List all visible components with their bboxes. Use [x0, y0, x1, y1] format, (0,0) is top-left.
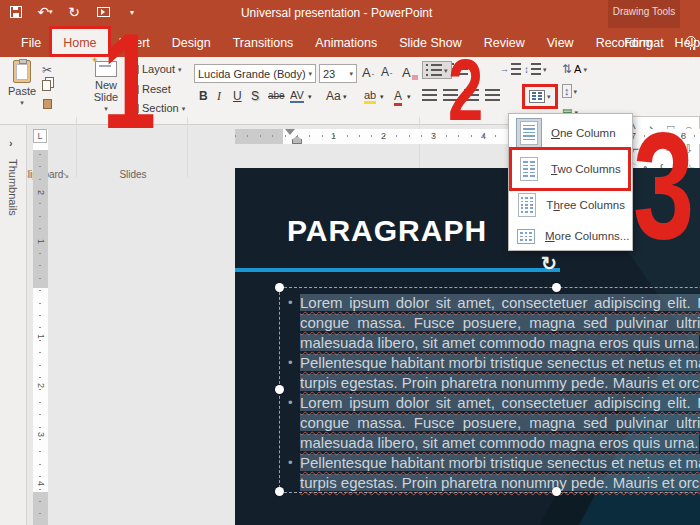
tell-me-lightbulb-icon[interactable]: [686, 36, 698, 52]
menu-item-one-column[interactable]: One Column: [510, 115, 631, 151]
italic-button[interactable]: I: [217, 89, 221, 104]
align-center-button[interactable]: [443, 89, 458, 101]
bullet-paragraph[interactable]: Pellentesque habitant morbi tristique se…: [286, 453, 700, 493]
change-case-caret-icon[interactable]: ▾: [343, 93, 347, 101]
rotate-handle-icon[interactable]: ↻: [541, 252, 557, 275]
ribbon-tab-row: FileHomeInsertDesignTransitionsAnimation…: [0, 28, 700, 57]
v-ruler-number: 3: [36, 432, 46, 437]
format-painter-icon[interactable]: [43, 99, 52, 109]
columns-icon: [529, 90, 545, 103]
justify-icon: [485, 89, 500, 101]
tab-format[interactable]: Format: [608, 28, 680, 57]
reset-button[interactable]: Reset: [128, 83, 171, 95]
expand-thumbnails-chevron-icon[interactable]: ›: [9, 137, 13, 149]
reset-label: Reset: [142, 83, 171, 95]
align-right-button[interactable]: [464, 89, 479, 101]
bullet-paragraph[interactable]: Lorem ipsum dolor sit amet, consectetuer…: [286, 393, 700, 453]
tab-view[interactable]: View: [536, 28, 585, 57]
curved-arrow-shape-icon[interactable]: ↪: [647, 142, 660, 156]
font-name-combobox[interactable]: Lucida Grande (Body)▾: [194, 64, 316, 83]
character-spacing-button[interactable]: AV: [290, 89, 304, 103]
layout-label: Layout: [142, 63, 175, 75]
copy-icon[interactable]: [42, 80, 51, 91]
menu-item-more-columns[interactable]: More Columns...: [510, 223, 631, 249]
align-text-button[interactable]: ↕▾: [562, 84, 577, 98]
layout-button[interactable]: Layout▾: [128, 63, 182, 75]
v-ruler-number: 2: [36, 190, 46, 195]
window-title: Universal presentation - PowerPoint: [241, 6, 432, 20]
change-case-button[interactable]: Aa: [326, 89, 341, 103]
character-spacing-caret-icon[interactable]: ▾: [308, 93, 312, 101]
title-bar: Drawing Tools ↶▾ ↻ ▾ Universal presentat…: [0, 0, 700, 28]
v-ruler-number: 1: [36, 239, 46, 244]
thumbnails-label: Thumbnails: [7, 159, 19, 216]
menu-item-two-columns[interactable]: Two Columns: [510, 151, 631, 187]
highlight-color-caret-icon[interactable]: ▾: [380, 93, 384, 101]
menu-item-three-columns[interactable]: Three Columns: [510, 187, 631, 223]
bullets-button[interactable]: ▾: [422, 61, 452, 79]
clear-formatting-button[interactable]: A: [402, 65, 418, 80]
customize-qat-icon[interactable]: ▾: [124, 3, 140, 21]
tab-insert[interactable]: Insert: [108, 28, 161, 57]
section-button[interactable]: Section▾: [128, 102, 185, 114]
font-color-caret-icon[interactable]: ▾: [407, 93, 411, 101]
h-ruler-number: 1: [331, 131, 336, 141]
tab-home[interactable]: Home: [52, 28, 107, 57]
decrease-font-size-button[interactable]: Aˇ: [381, 65, 392, 79]
body-text-placeholder[interactable]: Lorem ipsum dolor sit amet, consectetuer…: [280, 288, 700, 492]
tab-file[interactable]: File: [10, 28, 52, 57]
tab-selector[interactable]: L: [33, 129, 47, 143]
numbering-button[interactable]: ▾: [452, 63, 474, 75]
text-shadow-button[interactable]: S: [251, 89, 259, 103]
indent-increase-button[interactable]: →: [500, 63, 521, 75]
resize-handle-bottom-left[interactable]: [275, 487, 284, 496]
thumbnails-pane[interactable]: › Thumbnails: [0, 125, 27, 525]
columns-button[interactable]: ▾: [526, 88, 554, 105]
new-slide-label: New Slide: [84, 79, 128, 103]
redo-icon[interactable]: ↻: [66, 3, 82, 21]
font-name-value: Lucida Grande (Body): [198, 68, 306, 80]
h-ruler-number: 8: [681, 131, 686, 141]
numbering-icon: [452, 63, 468, 75]
bullet-paragraph[interactable]: Lorem ipsum dolor sit amet, consectetuer…: [286, 293, 700, 353]
tab-slide-show[interactable]: Slide Show: [388, 28, 473, 57]
paste-caret-icon: ▾: [20, 99, 24, 106]
resize-handle-bottom-center[interactable]: [552, 487, 561, 496]
underline-button[interactable]: U: [233, 89, 242, 103]
new-slide-button[interactable]: New Slide ▾: [84, 61, 128, 112]
tab-design[interactable]: Design: [161, 28, 222, 57]
text-direction-icon: ⇅: [562, 62, 572, 76]
bullet-paragraph[interactable]: Pellentesque habitant morbi tristique se…: [286, 353, 700, 393]
text-direction-button[interactable]: ⇅A▾: [562, 62, 587, 76]
tab-animations[interactable]: Animations: [304, 28, 388, 57]
cut-icon[interactable]: ✂: [42, 63, 52, 77]
start-from-beginning-icon[interactable]: [95, 3, 111, 21]
line-spacing-button[interactable]: ↕▾: [524, 63, 547, 75]
columns-dropdown-menu: One ColumnTwo ColumnsThree ColumnsMore C…: [508, 113, 633, 251]
align-left-button[interactable]: [422, 89, 437, 101]
tab-review[interactable]: Review: [473, 28, 536, 57]
align-center-icon: [443, 89, 458, 101]
three-columns-icon: [516, 190, 537, 220]
paste-button[interactable]: Paste ▾: [8, 60, 36, 106]
align-left-icon: [422, 89, 437, 101]
resize-handle-mid-left[interactable]: [275, 385, 284, 394]
down-arrow-shape-icon[interactable]: ⇩: [682, 142, 695, 156]
increase-font-size-button[interactable]: Aˆ: [362, 65, 374, 80]
strikethrough-button[interactable]: abe: [268, 90, 285, 101]
justify-button[interactable]: [485, 89, 500, 101]
first-line-indent-marker[interactable]: [285, 129, 295, 135]
slide-title[interactable]: PARAGRAPH: [287, 214, 487, 248]
clipboard-dialog-launcher-icon[interactable]: ↘: [62, 170, 70, 180]
tab-transitions[interactable]: Transitions: [222, 28, 305, 57]
right-arrow-shape-icon[interactable]: ⇨: [664, 142, 677, 156]
highlight-color-button[interactable]: ab: [364, 89, 376, 104]
font-size-combobox[interactable]: 23▾: [319, 64, 357, 83]
undo-icon[interactable]: ↶▾: [37, 3, 53, 21]
align-text-icon: ↕: [562, 84, 572, 98]
save-icon[interactable]: [8, 3, 24, 21]
bold-button[interactable]: B: [199, 89, 208, 103]
resize-handle-top-left[interactable]: [275, 283, 284, 292]
resize-handle-top-center[interactable]: [552, 283, 561, 292]
font-color-button[interactable]: A: [394, 89, 402, 106]
